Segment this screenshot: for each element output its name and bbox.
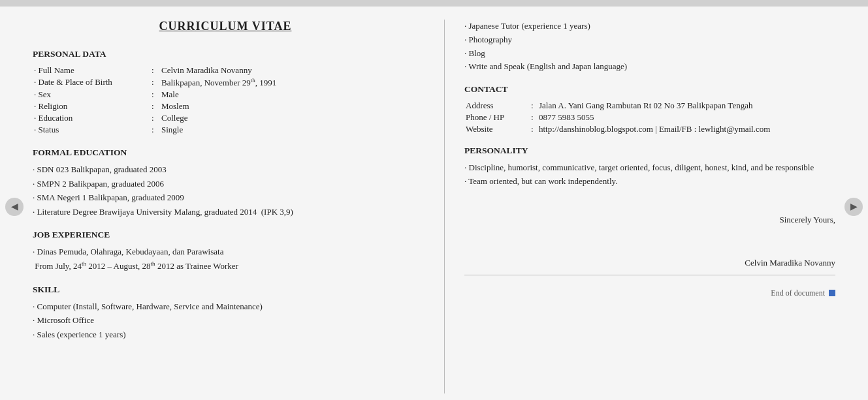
list-item: · Japanese Tutor (experience 1 years) bbox=[464, 20, 835, 33]
sincerely-text: Sincerely Yours, bbox=[779, 215, 835, 224]
formal-education-heading: FORMAL EDUCATION bbox=[33, 147, 418, 158]
personal-data-heading: PERSONAL DATA bbox=[33, 49, 418, 59]
signature-text: Celvin Maradika Novanny bbox=[745, 258, 835, 268]
contact-value: 0877 5983 5055 bbox=[538, 112, 835, 123]
pd-colon: : bbox=[150, 89, 160, 100]
table-row: · Status : Single bbox=[33, 124, 418, 136]
list-item: · Sales (experience 1 years) bbox=[33, 328, 418, 341]
job-experience-section: JOB EXPERIENCE · Dinas Pemuda, Olahraga,… bbox=[33, 230, 418, 272]
list-item: · SDN 023 Balikpapan, graduated 2003 bbox=[33, 163, 418, 176]
pd-value: Single bbox=[160, 124, 418, 136]
chevron-right-icon: ▶ bbox=[850, 201, 858, 212]
table-row: Address : Jalan A. Yani Gang Rambutan Rt… bbox=[464, 100, 835, 112]
list-item: · Photography bbox=[464, 33, 835, 47]
end-square-icon bbox=[829, 290, 835, 296]
contact-label: Website bbox=[464, 123, 530, 135]
pd-colon: : bbox=[150, 76, 160, 89]
table-row: · Religion : Moslem bbox=[33, 100, 418, 112]
job-company: · Dinas Pemuda, Olahraga, Kebudayaan, da… bbox=[33, 245, 418, 258]
personal-data-table: · Full Name : Celvin Maradika Novanny · … bbox=[33, 65, 418, 136]
pd-colon: : bbox=[150, 112, 160, 124]
nav-arrow-right[interactable]: ▶ bbox=[844, 198, 863, 216]
pd-label: · Date & Place of Birth bbox=[33, 76, 150, 89]
contact-table: Address : Jalan A. Yani Gang Rambutan Rt… bbox=[464, 100, 835, 135]
content-area: CURRICULUM VITAE PERSONAL DATA · Full Na… bbox=[0, 7, 868, 400]
pd-label: · Full Name bbox=[33, 65, 150, 76]
skill-heading: SKILL bbox=[33, 285, 418, 295]
contact-colon: : bbox=[530, 112, 538, 123]
list-item: · Microsoft Office bbox=[33, 314, 418, 327]
chevron-left-icon: ◀ bbox=[11, 201, 18, 212]
contact-label: Phone / HP bbox=[464, 112, 530, 123]
pd-label: · Religion bbox=[33, 100, 150, 112]
table-row: · Date & Place of Birth : Balikpapan, No… bbox=[33, 76, 418, 89]
right-column: · Japanese Tutor (experience 1 years) · … bbox=[451, 20, 835, 393]
table-row: Phone / HP : 0877 5983 5055 bbox=[464, 112, 835, 123]
table-row: · Full Name : Celvin Maradika Novanny bbox=[33, 65, 418, 76]
column-divider bbox=[444, 20, 445, 393]
contact-heading: CONTACT bbox=[464, 84, 835, 95]
bottom-rule bbox=[464, 275, 835, 275]
pd-value: Celvin Maradika Novanny bbox=[160, 65, 418, 76]
contact-colon: : bbox=[530, 123, 538, 135]
contact-colon: : bbox=[530, 100, 538, 112]
formal-education-section: FORMAL EDUCATION · SDN 023 Balikpapan, g… bbox=[33, 147, 418, 218]
skill-extra-section: · Japanese Tutor (experience 1 years) · … bbox=[464, 20, 835, 74]
personality-heading: PERSONALITY bbox=[464, 146, 835, 156]
personal-data-section: PERSONAL DATA · Full Name : Celvin Marad… bbox=[33, 49, 418, 136]
list-item: · SMA Negeri 1 Balikpapan, graduated 200… bbox=[33, 191, 418, 204]
sincerely-section: Sincerely Yours, bbox=[464, 215, 835, 225]
contact-section: CONTACT Address : Jalan A. Yani Gang Ram… bbox=[464, 84, 835, 135]
list-item: · Write and Speak (English and Japan lan… bbox=[464, 60, 835, 74]
end-of-document: End of document bbox=[464, 288, 835, 298]
pd-value: Moslem bbox=[160, 100, 418, 112]
personality-section: PERSONALITY · Discipline, humorist, comm… bbox=[464, 146, 835, 189]
table-row: Website : http://danshinoblog.blogspot.c… bbox=[464, 123, 835, 135]
nav-arrow-left[interactable]: ◀ bbox=[5, 198, 24, 216]
table-row: · Education : College bbox=[33, 112, 418, 124]
list-item: · Discipline, humorist, communicative, t… bbox=[464, 161, 835, 175]
list-item: · Literature Degree Brawijaya University… bbox=[33, 206, 418, 219]
list-item: · Team oriented, but can work independen… bbox=[464, 175, 835, 189]
pd-value: Male bbox=[160, 89, 418, 100]
skill-section: SKILL · Computer (Install, Software, Har… bbox=[33, 285, 418, 341]
table-row: · Sex : Male bbox=[33, 89, 418, 100]
contact-value: Jalan A. Yani Gang Rambutan Rt 02 No 37 … bbox=[538, 100, 835, 112]
list-item: · Blog bbox=[464, 47, 835, 61]
pd-label: · Sex bbox=[33, 89, 150, 100]
pd-colon: : bbox=[150, 124, 160, 136]
pd-label: · Education bbox=[33, 112, 150, 124]
pd-colon: : bbox=[150, 100, 160, 112]
pd-value: Balikpapan, November 29th, 1991 bbox=[160, 76, 418, 89]
pd-colon: : bbox=[150, 65, 160, 76]
cv-title: CURRICULUM VITAE bbox=[33, 20, 418, 33]
job-duration: From July, 24th 2012 – August, 28th 2012… bbox=[33, 260, 418, 273]
list-item: · Computer (Install, Software, Hardware,… bbox=[33, 300, 418, 313]
list-item: · SMPN 2 Balikpapan, graduated 2006 bbox=[33, 177, 418, 191]
left-column: CURRICULUM VITAE PERSONAL DATA · Full Na… bbox=[33, 20, 438, 393]
contact-label: Address bbox=[464, 100, 530, 112]
signature-name: Celvin Maradika Novanny bbox=[464, 258, 835, 268]
pd-label: · Status bbox=[33, 124, 150, 136]
end-of-document-text: End of document bbox=[771, 288, 825, 298]
job-experience-heading: JOB EXPERIENCE bbox=[33, 230, 418, 240]
pd-value: College bbox=[160, 112, 418, 124]
contact-value: http://danshinoblog.blogspot.com | Email… bbox=[538, 123, 835, 135]
page-wrapper: ◀ ▶ CURRICULUM VITAE PERSONAL DATA · Ful… bbox=[0, 7, 868, 400]
